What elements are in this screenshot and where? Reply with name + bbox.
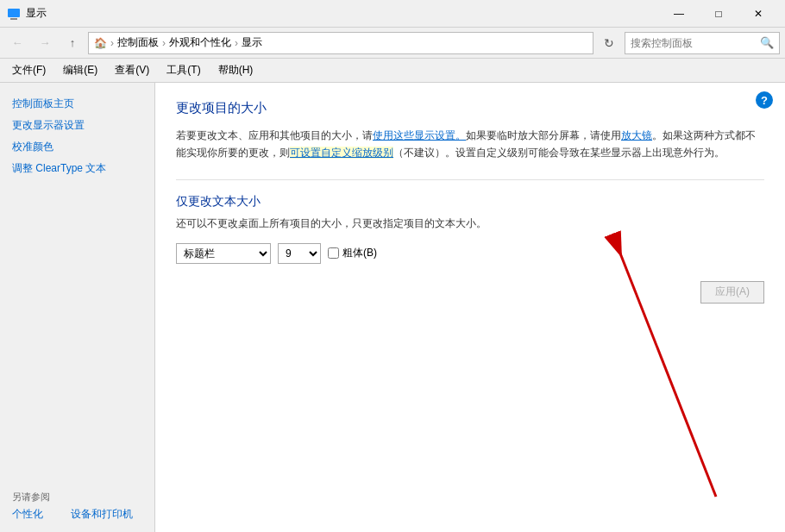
desc1-part4: （不建议）。设置自定义级别可能会导致在某些显示器上出现意外行为。 xyxy=(393,147,725,159)
sidebar: 控制面板主页 更改显示器设置 校准颜色 调整 ClearType 文本 另请参阅… xyxy=(0,83,155,532)
menu-tools[interactable]: 工具(T) xyxy=(160,60,207,80)
font-size-select[interactable]: 6 7 8 9 10 11 12 xyxy=(278,243,321,264)
menu-bar: 文件(F) 编辑(E) 查看(V) 工具(T) 帮助(H) xyxy=(0,59,785,83)
apply-button-row: 应用(A) xyxy=(176,281,764,304)
up-button[interactable]: ↑ xyxy=(60,31,85,55)
svg-line-3 xyxy=(612,234,716,497)
menu-file[interactable]: 文件(F) xyxy=(5,60,53,80)
desc1-part1: 若要更改文本、应用和其他项目的大小，请 xyxy=(176,129,373,141)
refresh-button[interactable]: ↻ xyxy=(597,31,621,55)
link-display-settings[interactable]: 使用这些显示设置。 xyxy=(373,129,466,141)
also-section-title: 另请参阅 xyxy=(0,480,154,507)
sidebar-link-devices[interactable]: 设备和打印机 xyxy=(59,504,145,523)
bold-checkbox[interactable] xyxy=(328,247,339,259)
address-bar: ← → ↑ 🏠 › 控制面板 › 外观和个性化 › 显示 ↻ 🔍 xyxy=(0,28,785,59)
breadcrumb-item-2[interactable]: 外观和个性化 xyxy=(169,35,231,50)
menu-edit[interactable]: 编辑(E) xyxy=(56,60,104,80)
breadcrumb-item-1[interactable]: 控制面板 xyxy=(117,35,159,50)
main-layout: 控制面板主页 更改显示器设置 校准颜色 调整 ClearType 文本 另请参阅… xyxy=(0,83,785,532)
back-button[interactable]: ← xyxy=(5,31,29,55)
title-bar: 显示 — □ ✕ xyxy=(0,0,785,28)
window-icon xyxy=(7,7,21,21)
sidebar-link-cleartype[interactable]: 调整 ClearType 文本 xyxy=(0,158,154,179)
section-divider xyxy=(176,179,764,180)
apply-button[interactable]: 应用(A) xyxy=(700,281,764,304)
close-button[interactable]: ✕ xyxy=(738,0,778,28)
sidebar-link-personalize[interactable]: 个性化 xyxy=(0,504,55,523)
svg-rect-0 xyxy=(8,9,20,17)
search-input[interactable] xyxy=(631,37,760,49)
text-size-controls: 标题栏 菜单 消息框 调色板标题 图标 工具提示 6 7 8 9 10 11 1… xyxy=(176,243,764,264)
section2-title: 仅更改文本大小 xyxy=(176,194,764,210)
search-icon[interactable]: 🔍 xyxy=(760,36,774,49)
svg-rect-1 xyxy=(10,18,17,20)
sidebar-link-calibrate[interactable]: 校准颜色 xyxy=(0,136,154,158)
window-controls: — □ ✕ xyxy=(659,0,778,28)
bold-checkbox-label[interactable]: 粗体(B) xyxy=(328,246,377,260)
menu-view[interactable]: 查看(V) xyxy=(108,60,156,80)
maximize-button[interactable]: □ xyxy=(699,0,738,28)
bold-label: 粗体(B) xyxy=(342,246,377,260)
window-title: 显示 xyxy=(26,6,659,21)
section1-title: 更改项目的大小 xyxy=(176,100,764,116)
content-area: ? 更改项目的大小 若要更改文本、应用和其他项目的大小，请使用这些显示设置。如果… xyxy=(155,83,785,532)
address-path[interactable]: 🏠 › 控制面板 › 外观和个性化 › 显示 xyxy=(88,32,593,54)
breadcrumb-item-3[interactable]: 显示 xyxy=(242,35,262,50)
sidebar-link-display-settings[interactable]: 更改显示器设置 xyxy=(0,115,154,136)
search-box: 🔍 xyxy=(625,32,780,54)
link-custom-scale[interactable]: 可设置自定义缩放级别 xyxy=(290,147,393,159)
desc1-part2: 如果要临时放大部分屏幕，请使用 xyxy=(466,129,621,141)
section2-description: 还可以不更改桌面上所有项目的大小，只更改指定项目的文本大小。 xyxy=(176,216,764,231)
minimize-button[interactable]: — xyxy=(659,0,699,28)
menu-help[interactable]: 帮助(H) xyxy=(211,60,261,80)
forward-button[interactable]: → xyxy=(33,31,57,55)
sidebar-also-section: 另请参阅 个性化 设备和打印机 xyxy=(0,480,154,522)
link-magnifier[interactable]: 放大镜 xyxy=(621,129,652,141)
element-type-select[interactable]: 标题栏 菜单 消息框 调色板标题 图标 工具提示 xyxy=(176,243,271,264)
help-button[interactable]: ? xyxy=(756,91,773,109)
section1-description: 若要更改文本、应用和其他项目的大小，请使用这些显示设置。如果要临时放大部分屏幕，… xyxy=(176,127,764,162)
address-home-icon: 🏠 xyxy=(94,37,107,49)
sidebar-link-home[interactable]: 控制面板主页 xyxy=(0,93,154,115)
